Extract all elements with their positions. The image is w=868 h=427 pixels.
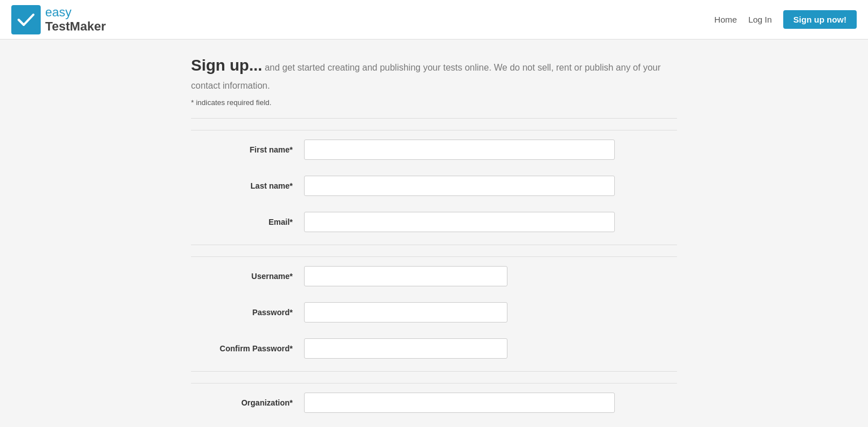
logo-testmaker-label: TestMaker bbox=[45, 20, 106, 33]
organization-row: Organization* bbox=[191, 389, 677, 416]
confirm-password-row: Confirm Password* bbox=[191, 335, 677, 362]
section-divider-2 bbox=[191, 245, 677, 245]
logo-area: easy TestMaker bbox=[11, 5, 106, 34]
last-name-row: Last name* bbox=[191, 172, 677, 199]
first-name-input[interactable] bbox=[304, 140, 615, 160]
personal-info-section: First name* Last name* Email* bbox=[191, 130, 677, 236]
password-row: Password* bbox=[191, 299, 677, 326]
logo-text: easy TestMaker bbox=[45, 6, 106, 33]
section-divider-1 bbox=[191, 118, 677, 119]
last-name-input[interactable] bbox=[304, 176, 615, 196]
logo-icon bbox=[11, 5, 41, 34]
first-name-row: First name* bbox=[191, 136, 677, 163]
page-title: Sign up... and get started creating and … bbox=[191, 56, 677, 93]
page-title-bold: Sign up... bbox=[191, 56, 262, 74]
main-content: Sign up... and get started creating and … bbox=[180, 56, 688, 427]
confirm-password-input[interactable] bbox=[304, 338, 507, 359]
organization-section: Organization* Zip/Postal Code Country Un… bbox=[191, 383, 677, 427]
username-label: Username* bbox=[191, 272, 304, 281]
organization-input[interactable] bbox=[304, 393, 615, 413]
checkmark-icon bbox=[16, 10, 36, 30]
password-label: Password* bbox=[191, 308, 304, 317]
email-label: Email* bbox=[191, 217, 304, 226]
username-row: Username* bbox=[191, 263, 677, 290]
email-row: Email* bbox=[191, 208, 677, 236]
signup-button[interactable]: Sign up now! bbox=[783, 10, 857, 29]
required-note: * indicates required field. bbox=[191, 98, 677, 107]
section-divider-3 bbox=[191, 371, 677, 372]
confirm-password-label: Confirm Password* bbox=[191, 344, 304, 353]
email-input[interactable] bbox=[304, 212, 615, 232]
account-info-section: Username* Password* Confirm Password* bbox=[191, 256, 677, 362]
first-name-label: First name* bbox=[191, 145, 304, 154]
home-link[interactable]: Home bbox=[714, 15, 737, 24]
password-input[interactable] bbox=[304, 302, 507, 323]
organization-label: Organization* bbox=[191, 398, 304, 407]
main-nav: Home Log In Sign up now! bbox=[714, 10, 857, 29]
username-input[interactable] bbox=[304, 266, 507, 286]
last-name-label: Last name* bbox=[191, 181, 304, 190]
logo-easy-label: easy bbox=[45, 6, 106, 19]
login-link[interactable]: Log In bbox=[748, 15, 772, 24]
site-header: easy TestMaker Home Log In Sign up now! bbox=[0, 0, 868, 40]
